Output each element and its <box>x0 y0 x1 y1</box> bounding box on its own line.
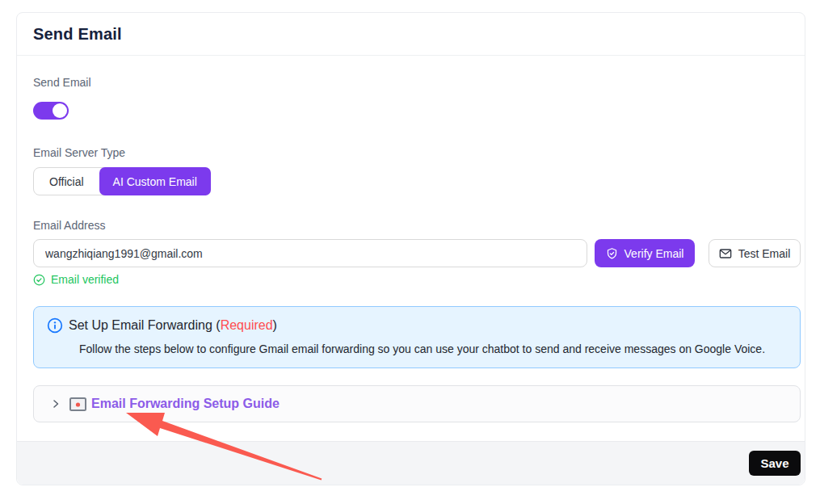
verified-status-text: Email verified <box>51 273 119 286</box>
forwarding-guide-panel[interactable]: Email Forwarding Setup Guide <box>33 385 801 422</box>
send-email-card: Send Email Send Email Email Server Type … <box>16 12 805 485</box>
send-email-toggle[interactable] <box>33 102 69 120</box>
envelope-icon <box>719 248 732 259</box>
guide-panel-title[interactable]: Email Forwarding Setup Guide <box>91 397 280 411</box>
card-body: Send Email Email Server Type Official AI… <box>17 76 805 422</box>
test-email-button[interactable]: Test Email <box>709 239 801 267</box>
page-title: Send Email <box>33 25 122 44</box>
chevron-right-icon[interactable] <box>51 399 61 409</box>
send-email-label: Send Email <box>33 76 801 89</box>
verify-email-button[interactable]: Verify Email <box>595 239 695 267</box>
server-type-label: Email Server Type <box>33 146 801 159</box>
required-badge: Required <box>221 318 273 332</box>
card-footer: Save <box>17 441 805 485</box>
forwarding-info-alert: Set Up Email Forwarding (Required) Follo… <box>33 306 801 368</box>
info-circle-icon <box>47 317 63 334</box>
server-type-ai-custom-button[interactable]: AI Custom Email <box>99 167 211 195</box>
alert-title-row: Set Up Email Forwarding (Required) <box>47 317 787 334</box>
test-email-label: Test Email <box>738 247 791 260</box>
toggle-knob <box>53 103 67 118</box>
save-button[interactable]: Save <box>749 451 801 476</box>
picture-icon <box>69 397 86 411</box>
server-type-official-button[interactable]: Official <box>34 168 99 195</box>
alert-title: Set Up Email Forwarding (Required) <box>69 318 277 333</box>
alert-description: Follow the steps below to configure Gmai… <box>79 342 787 355</box>
email-address-input[interactable] <box>33 239 587 267</box>
email-address-label: Email Address <box>33 219 801 232</box>
card-header: Send Email <box>17 13 805 56</box>
email-row: Verify Email Test Email <box>33 239 801 267</box>
shield-check-icon <box>606 247 618 260</box>
server-type-segmented: Official AI Custom Email <box>33 167 211 195</box>
check-circle-icon <box>33 274 45 286</box>
verify-email-label: Verify Email <box>624 247 684 260</box>
verified-status: Email verified <box>33 273 801 286</box>
